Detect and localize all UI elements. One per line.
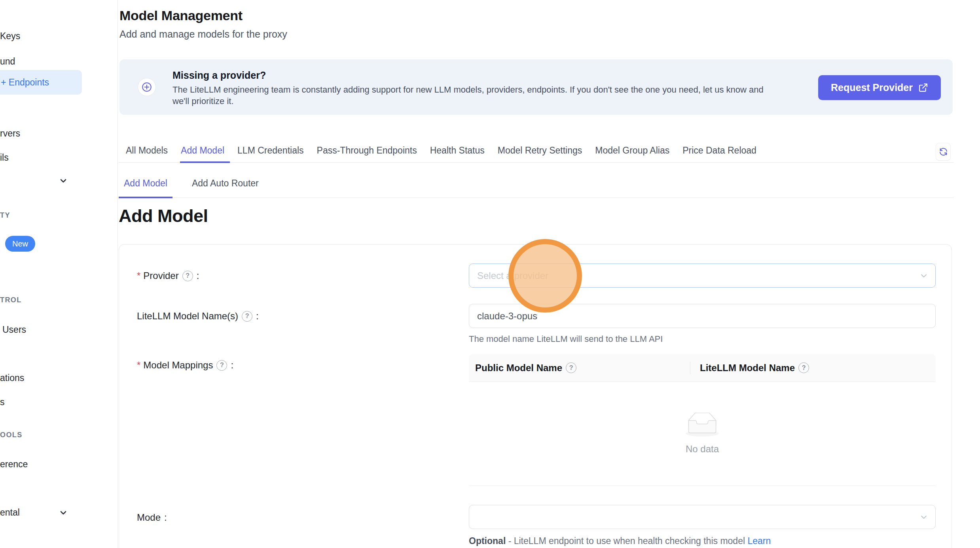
mode-label: Mode : [137, 512, 167, 523]
help-icon[interactable]: ? [566, 362, 576, 373]
page-subtitle: Add and manage models for the proxy [119, 28, 287, 40]
sidebar-item-keys[interactable]: Keys [0, 31, 20, 42]
tab-all-models[interactable]: All Models [125, 142, 169, 163]
sidebar-item-organizations[interactable]: ations [0, 373, 24, 383]
mode-select[interactable] [469, 505, 936, 529]
model-name-help-text: The model name LiteLLM will send to the … [469, 334, 663, 344]
tab-pass-through-endpoints[interactable]: Pass-Through Endpoints [316, 142, 418, 163]
sidebar-item-playground[interactable]: und [0, 56, 15, 67]
new-badge: New [5, 236, 35, 252]
table-header-row: Public Model Name ? LiteLLM Model Name ? [469, 354, 936, 382]
page-title: Model Management [119, 8, 243, 23]
main-content: Model Management Add and manage models f… [119, 0, 953, 548]
external-link-icon [918, 83, 928, 93]
provider-label-text: Provider [143, 270, 178, 281]
help-icon[interactable]: ? [216, 360, 227, 371]
model-name-input[interactable] [469, 304, 936, 328]
sidebar-section-label: TY [0, 211, 10, 220]
model-mappings-label-text: Model Mappings [143, 360, 213, 371]
app-root: Keys und + Endpoints rvers ils TY New TR… [0, 0, 980, 548]
model-name-label-text: LiteLLM Model Name(s) [137, 311, 238, 322]
request-provider-button[interactable]: Request Provider [818, 75, 941, 100]
request-provider-label: Request Provider [831, 82, 913, 93]
sidebar-item-servers[interactable]: rvers [0, 128, 20, 139]
banner-title: Missing a provider? [172, 70, 266, 81]
help-icon[interactable]: ? [798, 362, 809, 373]
tab-model-retry-settings[interactable]: Model Retry Settings [497, 142, 583, 163]
model-mappings-label: * Model Mappings ? : [137, 360, 233, 371]
help-icon[interactable]: ? [182, 271, 193, 281]
tab-model-group-alias[interactable]: Model Group Alias [594, 142, 670, 163]
provider-label: * Provider ? : [137, 270, 199, 281]
tab-price-data-reload[interactable]: Price Data Reload [682, 142, 757, 163]
empty-inbox-icon [683, 413, 721, 439]
required-asterisk: * [137, 360, 140, 371]
mode-label-text: Mode [137, 512, 161, 523]
mode-help-text: Optional - LiteLLM endpoint to use when … [469, 536, 771, 546]
sidebar-section-label: OOLS [0, 431, 23, 439]
subtab-add-model[interactable]: Add Model [119, 170, 172, 198]
learn-link[interactable]: Learn [747, 536, 771, 546]
model-mappings-table: Public Model Name ? LiteLLM Model Name ? [469, 354, 936, 486]
chevron-down-icon[interactable] [59, 508, 68, 519]
sidebar-item-teams[interactable]: s [0, 397, 5, 408]
sidebar-section-label: TROL [0, 296, 22, 304]
table-empty-state: No data [469, 382, 936, 486]
missing-provider-banner: Missing a provider? The LiteLLM engineer… [119, 59, 953, 115]
chevron-down-icon [919, 513, 928, 523]
banner-body-line2: we'll prioritize it. [172, 95, 764, 107]
column-header-label: LiteLLM Model Name [700, 362, 795, 374]
plus-circle-icon [138, 78, 156, 96]
mode-help-body: - LiteLLM endpoint to use when health ch… [506, 536, 747, 546]
model-name-label: LiteLLM Model Name(s) ? : [137, 311, 259, 322]
sidebar: Keys und + Endpoints rvers ils TY New TR… [0, 0, 118, 548]
sidebar-item-reference[interactable]: erence [0, 459, 28, 470]
add-model-heading: Add Model [119, 206, 208, 226]
provider-placeholder: Select a provider [477, 270, 548, 281]
tab-health-status[interactable]: Health Status [429, 142, 485, 163]
subtab-add-auto-router[interactable]: Add Auto Router [187, 170, 264, 198]
colon: : [197, 270, 199, 281]
provider-select[interactable]: Select a provider [469, 264, 936, 288]
help-icon[interactable]: ? [242, 311, 252, 322]
column-header-label: Public Model Name [475, 362, 562, 374]
banner-body-line1: The LiteLLM engineering team is constant… [172, 84, 764, 95]
banner-body: The LiteLLM engineering team is constant… [172, 84, 764, 107]
column-header-litellm-model-name: LiteLLM Model Name ? [690, 362, 809, 374]
chevron-down-icon [919, 271, 928, 282]
no-data-text: No data [686, 444, 719, 455]
column-header-public-model-name: Public Model Name ? [469, 354, 690, 382]
colon: : [164, 512, 167, 523]
colon: : [256, 311, 259, 322]
subtab-bar: Add Model Add Auto Router [119, 170, 953, 198]
required-asterisk: * [137, 270, 140, 281]
sidebar-item-guardrails[interactable]: ils [0, 152, 9, 163]
sidebar-item-experimental[interactable]: ental [0, 507, 20, 518]
sidebar-item-label: + Endpoints [1, 77, 49, 88]
sidebar-item-users[interactable]: Users [2, 324, 26, 335]
refresh-icon [938, 147, 948, 157]
sidebar-item-models-endpoints[interactable]: + Endpoints [0, 70, 82, 95]
colon: : [231, 360, 233, 371]
chevron-down-icon[interactable] [59, 176, 68, 187]
tab-llm-credentials[interactable]: LLM Credentials [237, 142, 304, 163]
mode-help-prefix: Optional [469, 536, 506, 546]
refresh-button[interactable] [936, 143, 951, 161]
tab-bar: All Models Add Model LLM Credentials Pas… [119, 142, 953, 163]
tab-add-model[interactable]: Add Model [180, 142, 225, 163]
